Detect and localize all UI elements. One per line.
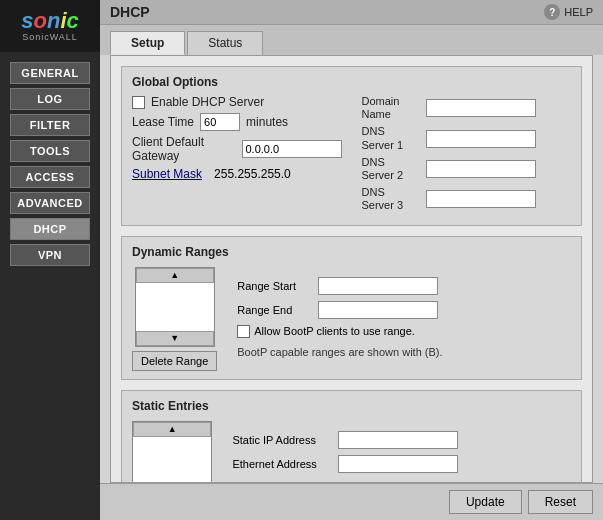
dynamic-ranges-inner: ▲ ▼ Delete Range Range Start Range End (132, 267, 571, 371)
reset-button[interactable]: Reset (528, 490, 593, 514)
static-entries-section: Static Entries ▲ ▼ Delete Static Static … (121, 390, 582, 484)
sidebar-item-vpn[interactable]: VPN (10, 244, 90, 266)
sidebar-item-tools[interactable]: TOOLS (10, 140, 90, 162)
static-entries-title: Static Entries (132, 399, 571, 413)
update-button[interactable]: Update (449, 490, 522, 514)
dns3-row: DNSServer 3 (362, 186, 572, 212)
tab-status[interactable]: Status (187, 31, 263, 55)
client-gateway-row: Client Default Gateway (132, 135, 342, 163)
dns1-label: DNSServer 1 (362, 125, 422, 151)
sonic-logo: sonic (21, 10, 79, 32)
main-content: Global Options Enable DHCP Server Lease … (110, 55, 593, 483)
dns3-label: DNSServer 3 (362, 186, 422, 212)
subnet-mask-value: 255.255.255.0 (214, 167, 291, 181)
help-button[interactable]: ? HELP (544, 4, 593, 20)
sidebar-item-dhcp[interactable]: DHCP (10, 218, 90, 240)
static-ip-input[interactable] (338, 431, 458, 449)
static-listbox-scroll-up-icon[interactable]: ▲ (133, 422, 211, 437)
sidebar-item-advanced[interactable]: ADVANCED (10, 192, 90, 214)
bootp-note: BootP capable ranges are shown with (B). (237, 346, 442, 358)
global-options-section: Global Options Enable DHCP Server Lease … (121, 66, 582, 226)
range-end-label: Range End (237, 304, 312, 316)
sidebar-item-filter[interactable]: FILTER (10, 114, 90, 136)
sidebar-logo: sonic SonicWALL (0, 0, 100, 52)
page-title: DHCP (110, 4, 150, 20)
sidebar-item-log[interactable]: LOG (10, 88, 90, 110)
bootp-checkbox[interactable] (237, 325, 250, 338)
range-end-input[interactable] (318, 301, 438, 319)
lease-label: Lease Time (132, 115, 194, 129)
dynamic-ranges-list-wrapper: ▲ ▼ Delete Range (132, 267, 217, 371)
dns2-input[interactable] (426, 160, 536, 178)
help-icon: ? (544, 4, 560, 20)
global-options-title: Global Options (132, 75, 571, 89)
client-gateway-label: Client Default Gateway (132, 135, 236, 163)
dns1-input[interactable] (426, 130, 536, 148)
bottom-bar: Update Reset (100, 483, 603, 520)
ethernet-input[interactable] (338, 455, 458, 473)
static-ip-label: Static IP Address (232, 434, 332, 446)
static-ip-row: Static IP Address (232, 431, 458, 449)
ethernet-address-row: Ethernet Address (232, 455, 458, 473)
main-panel: DHCP ? HELP Setup Status Global Options … (100, 0, 603, 520)
range-start-input[interactable] (318, 277, 438, 295)
static-entries-right: Static IP Address Ethernet Address examp… (232, 421, 458, 484)
ethernet-label: Ethernet Address (232, 458, 332, 470)
enable-dhcp-label: Enable DHCP Server (151, 95, 264, 109)
range-end-row: Range End (237, 301, 442, 319)
dynamic-ranges-listbox[interactable]: ▲ ▼ (135, 267, 215, 347)
domain-name-input[interactable] (426, 99, 536, 117)
static-listbox-content (133, 437, 211, 484)
delete-range-button[interactable]: Delete Range (132, 351, 217, 371)
bootp-label: Allow BootP clients to use range. (254, 325, 415, 337)
tab-setup[interactable]: Setup (110, 31, 185, 55)
listbox-scroll-up-icon[interactable]: ▲ (136, 268, 214, 283)
client-gateway-input[interactable] (242, 140, 342, 158)
dynamic-ranges-title: Dynamic Ranges (132, 245, 571, 259)
listbox-scroll-down-icon[interactable]: ▼ (136, 331, 214, 346)
static-entries-list-wrapper: ▲ ▼ Delete Static (132, 421, 212, 484)
domain-name-row: DomainName (362, 95, 572, 121)
dns2-label: DNSServer 2 (362, 156, 422, 182)
domain-name-label: DomainName (362, 95, 422, 121)
dns1-row: DNSServer 1 (362, 125, 572, 151)
lease-time-row: Lease Time minutes (132, 113, 342, 131)
dynamic-ranges-right: Range Start Range End Allow BootP client… (237, 267, 442, 358)
tab-bar: Setup Status (100, 25, 603, 55)
global-options-left: Enable DHCP Server Lease Time minutes Cl… (132, 95, 342, 217)
subnet-mask-row: Subnet Mask 255.255.255.0 (132, 167, 342, 181)
sonicwall-label: SonicWALL (22, 32, 78, 42)
static-entries-inner: ▲ ▼ Delete Static Static IP Address Ethe… (132, 421, 571, 484)
enable-dhcp-row: Enable DHCP Server (132, 95, 342, 109)
sidebar-item-access[interactable]: ACCESS (10, 166, 90, 188)
global-options-right: DomainName DNSServer 1 DNSServer 2 DNSSe… (362, 95, 572, 217)
lease-time-input[interactable] (200, 113, 240, 131)
lease-minutes-label: minutes (246, 115, 288, 129)
bootp-checkbox-row: Allow BootP clients to use range. (237, 325, 442, 338)
listbox-content (136, 283, 214, 331)
sidebar-item-general[interactable]: GENERAL (10, 62, 90, 84)
range-start-label: Range Start (237, 280, 312, 292)
static-entries-listbox[interactable]: ▲ ▼ (132, 421, 212, 484)
range-start-row: Range Start (237, 277, 442, 295)
sidebar: sonic SonicWALL GENERAL LOG FILTER TOOLS… (0, 0, 100, 520)
topbar: DHCP ? HELP (100, 0, 603, 25)
dns2-row: DNSServer 2 (362, 156, 572, 182)
subnet-mask-link[interactable]: Subnet Mask (132, 167, 202, 181)
enable-dhcp-checkbox[interactable] (132, 96, 145, 109)
dns3-input[interactable] (426, 190, 536, 208)
help-label: HELP (564, 6, 593, 18)
dynamic-ranges-section: Dynamic Ranges ▲ ▼ Delete Range Range St… (121, 236, 582, 380)
